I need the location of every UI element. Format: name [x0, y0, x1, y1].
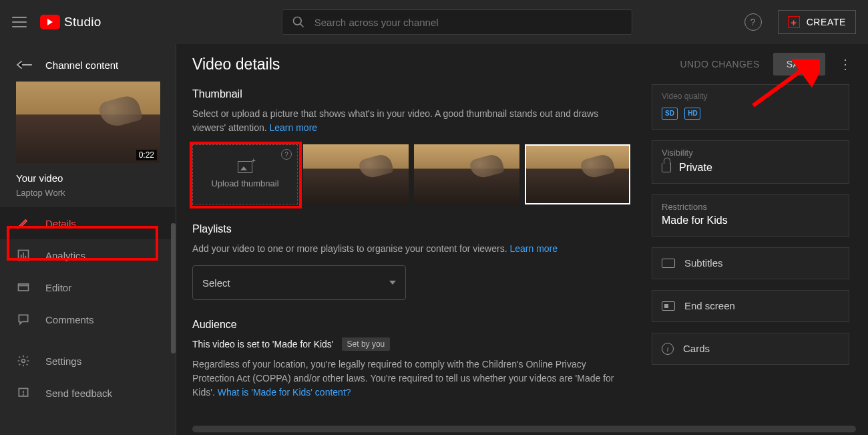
sidebar-item-label: Analytics: [45, 250, 85, 261]
sidebar-item-label: Comments: [45, 314, 94, 325]
page-title: Video details: [192, 55, 280, 74]
end-screen-label: End screen: [684, 300, 735, 311]
sidebar-scrollbar[interactable]: [171, 223, 176, 353]
sidebar-item-analytics[interactable]: Analytics: [0, 239, 176, 271]
thumbnail-help-icon[interactable]: ?: [281, 149, 292, 160]
playlists-section-title: Playlists: [192, 223, 630, 235]
svg-rect-7: [19, 284, 29, 291]
playlists-select[interactable]: Select: [192, 265, 406, 300]
sidebar-item-comments[interactable]: Comments: [0, 303, 176, 335]
upload-thumbnail-label: Upload thumbnail: [211, 178, 278, 188]
search-icon: [292, 15, 305, 29]
playlists-section-desc: Add your video to one or more playlists …: [192, 242, 630, 256]
main-content: Video details UNDO CHANGES SAVE ⋮ Thumbn…: [176, 44, 868, 435]
thumbnail-section-desc: Select or upload a picture that shows wh…: [192, 107, 630, 135]
lock-icon: [662, 163, 671, 172]
search-box[interactable]: [282, 9, 632, 35]
audience-desc: Regardless of your location, you're lega…: [192, 357, 630, 400]
sidebar-item-editor[interactable]: Editor: [0, 271, 176, 303]
youtube-icon: [40, 15, 60, 29]
visibility-panel[interactable]: Visibility Private: [652, 140, 849, 184]
subtitles-panel[interactable]: Subtitles: [652, 247, 849, 279]
create-label: CREATE: [807, 17, 846, 27]
video-thumbnail[interactable]: 0:22: [16, 82, 160, 163]
video-duration: 0:22: [136, 150, 157, 160]
cards-label: Cards: [683, 343, 710, 354]
logo-text: Studio: [64, 15, 101, 29]
thumbnail-option-1[interactable]: [303, 144, 409, 204]
gear-icon: [17, 354, 30, 368]
search-input[interactable]: [314, 17, 622, 28]
thumbnail-option-2[interactable]: [414, 144, 519, 204]
top-bar: Studio ? + CREATE: [0, 0, 868, 44]
upload-thumbnail-button[interactable]: ? Upload thumbnail: [192, 144, 298, 204]
end-screen-icon: [662, 301, 675, 311]
thumbnail-learn-more-link[interactable]: Learn more: [270, 122, 318, 133]
sidebar-item-feedback[interactable]: Send feedback: [0, 377, 176, 409]
visibility-label: Visibility: [662, 148, 839, 158]
studio-logo[interactable]: Studio: [40, 15, 101, 29]
restrictions-value: Made for Kids: [662, 214, 839, 227]
feedback-icon: [17, 386, 30, 400]
thumbnail-row: ? Upload thumbnail: [192, 144, 630, 204]
sidebar-item-label: Settings: [45, 355, 81, 367]
sd-badge: SD: [662, 108, 678, 120]
create-plus-icon: +: [788, 16, 800, 28]
restrictions-panel[interactable]: Restrictions Made for Kids: [652, 194, 849, 237]
thumbnail-section-title: Thumbnail: [192, 88, 630, 100]
restrictions-label: Restrictions: [662, 202, 839, 212]
svg-line-1: [300, 24, 303, 27]
sidebar: Channel content 0:22 Your video Laptop W…: [0, 44, 176, 435]
audience-status-line: This video is set to 'Made for Kids' Set…: [192, 337, 630, 351]
menu-icon[interactable]: [12, 17, 27, 27]
upload-image-icon: [238, 161, 252, 173]
sidebar-item-details[interactable]: Details: [0, 207, 176, 239]
help-icon[interactable]: ?: [744, 13, 762, 31]
info-icon: i: [662, 343, 674, 355]
subtitles-icon: [662, 259, 675, 268]
back-label: Channel content: [45, 59, 118, 71]
main-header: Video details UNDO CHANGES SAVE ⋮: [176, 44, 868, 84]
editor-icon: [17, 281, 30, 294]
set-by-you-chip: Set by you: [342, 337, 391, 351]
visibility-value: Private: [679, 162, 712, 174]
end-screen-panel[interactable]: End screen: [652, 290, 849, 322]
sidebar-item-label: Details: [45, 218, 76, 229]
audience-status-text: This video is set to 'Made for Kids': [192, 339, 334, 349]
sidebar-item-settings[interactable]: Settings: [0, 345, 176, 377]
left-column: Thumbnail Select or upload a picture tha…: [192, 84, 630, 409]
save-button[interactable]: SAVE: [773, 53, 825, 76]
audience-section-title: Audience: [192, 319, 630, 331]
back-arrow-icon: [16, 59, 33, 71]
back-to-channel[interactable]: Channel content: [0, 51, 176, 82]
horizontal-scrollbar[interactable]: [192, 426, 856, 432]
svg-point-12: [23, 394, 24, 395]
playlists-learn-more-link[interactable]: Learn more: [509, 243, 558, 254]
hd-badge: HD: [684, 108, 700, 120]
undo-changes-button[interactable]: UNDO CHANGES: [680, 59, 760, 69]
audience-coppa-link[interactable]: What is 'Made for Kids' content?: [218, 387, 351, 398]
thumbnail-option-3-selected[interactable]: [525, 144, 630, 204]
your-video-label: Your video: [0, 163, 176, 188]
svg-point-0: [293, 17, 301, 25]
comments-icon: [17, 313, 30, 326]
sidebar-item-label: Send feedback: [45, 388, 112, 399]
sidebar-item-label: Editor: [45, 282, 71, 293]
svg-point-9: [22, 359, 25, 363]
cards-panel[interactable]: i Cards: [652, 333, 849, 365]
playlists-select-value: Select: [202, 277, 230, 289]
analytics-icon: [17, 249, 30, 262]
topbar-right: ? + CREATE: [744, 10, 856, 34]
right-column: Video quality SD HD Visibility Private R…: [652, 84, 849, 409]
video-quality-label: Video quality: [662, 92, 839, 101]
create-button[interactable]: + CREATE: [778, 10, 856, 34]
chevron-down-icon: [389, 281, 396, 285]
subtitles-label: Subtitles: [684, 257, 723, 269]
video-quality-panel: Video quality SD HD: [652, 84, 849, 130]
pencil-icon: [17, 216, 30, 230]
video-title-text: Laptop Work: [0, 188, 176, 207]
more-options-icon[interactable]: ⋮: [839, 56, 852, 72]
